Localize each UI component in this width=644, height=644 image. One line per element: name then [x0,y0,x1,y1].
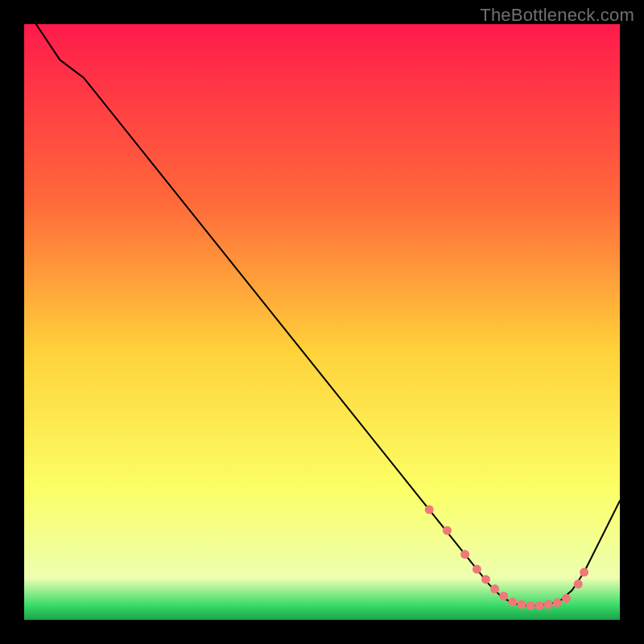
curve-marker [553,598,562,607]
curve-marker [526,601,535,610]
curve-marker [425,506,434,514]
curve-marker [443,526,452,535]
curve-marker [508,597,517,606]
chart-stage: TheBottleneck.com [0,0,644,644]
chart-svg [24,24,620,620]
curve-marker [499,592,508,601]
curve-marker [544,600,553,609]
curve-marker [562,594,571,603]
curve-marker [574,580,583,588]
curve-marker [535,601,544,610]
plot-area [24,24,620,620]
watermark-text: TheBottleneck.com [480,5,634,26]
curve-marker [490,584,499,593]
curve-marker [460,550,469,559]
curve-marker [481,575,490,584]
curve-marker [580,568,588,576]
gradient-background [24,24,620,620]
curve-marker [473,565,481,574]
curve-marker [517,600,526,609]
